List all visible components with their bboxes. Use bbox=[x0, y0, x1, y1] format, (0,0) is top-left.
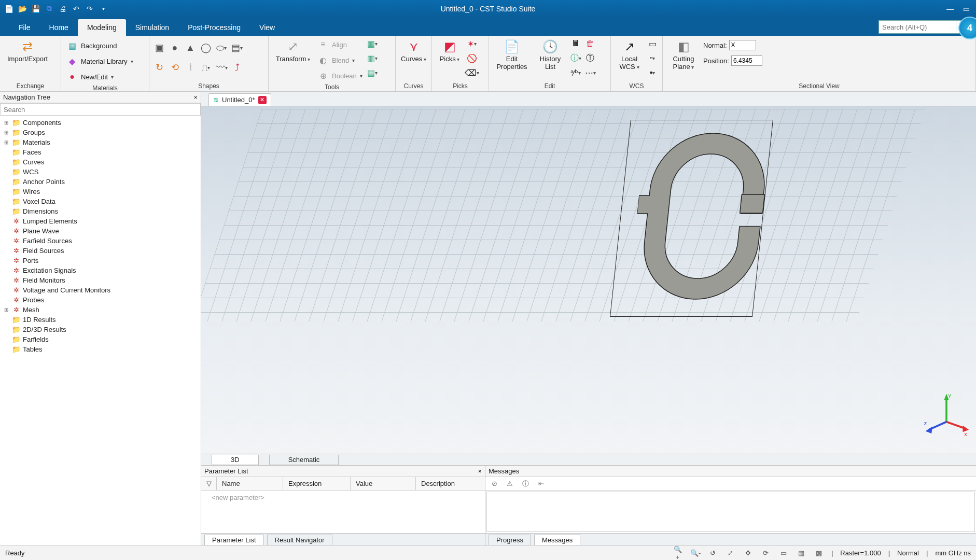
tab-file[interactable]: File bbox=[9, 19, 40, 36]
transform-button[interactable]: ⤢Transform bbox=[273, 38, 313, 63]
tab-post-processing[interactable]: Post-Processing bbox=[178, 19, 250, 36]
brick-icon[interactable]: ▣ bbox=[154, 42, 165, 53]
col-value[interactable]: Value bbox=[351, 477, 416, 490]
tab-view[interactable]: View bbox=[250, 19, 284, 36]
close-tab-icon[interactable]: ✕ bbox=[258, 96, 267, 104]
tree-node[interactable]: ✲Field Monitors bbox=[1, 275, 200, 285]
undo-icon[interactable]: ↶ bbox=[72, 4, 81, 13]
tree-node[interactable]: 📁Faces bbox=[1, 147, 200, 157]
tree-node[interactable]: ✲Plane Wave bbox=[1, 226, 200, 236]
document-tab[interactable]: ≋ Untitled_0* ✕ bbox=[208, 93, 271, 106]
tree-node[interactable]: ✲Lumped Elements bbox=[1, 216, 200, 226]
tab-parameter-list[interactable]: Parameter List bbox=[204, 535, 264, 545]
tree-node[interactable]: 📁Farfields bbox=[1, 334, 200, 344]
parameter-list-body[interactable]: <new parameter> bbox=[201, 491, 485, 533]
shape-tools-icon[interactable]: ▥ bbox=[367, 52, 378, 64]
spline-icon[interactable]: 〰 bbox=[216, 62, 227, 73]
cutting-plane-button[interactable]: ◧Cutting Plane bbox=[667, 38, 700, 71]
zoom-in-icon[interactable]: 🔍+ bbox=[673, 545, 683, 561]
tree-node[interactable]: 📁Curves bbox=[1, 157, 200, 167]
tab-result-navigator[interactable]: Result Navigator bbox=[267, 535, 332, 545]
tree-node[interactable]: ✲Voltage and Current Monitors bbox=[1, 285, 200, 295]
zoom-out-icon[interactable]: 🔍- bbox=[690, 549, 701, 557]
tree-search-input[interactable] bbox=[0, 103, 201, 116]
expand-icon[interactable]: ⊞ bbox=[3, 130, 9, 135]
bond-wire-icon[interactable]: ⌇ bbox=[185, 62, 196, 73]
tree-node[interactable]: ⊞📁Materials bbox=[1, 137, 200, 147]
filter-icon[interactable]: ▽ bbox=[201, 477, 217, 490]
mesh-view-icon[interactable]: ▩ bbox=[814, 549, 824, 557]
wcs-transform-icon[interactable]: ▫ bbox=[647, 52, 658, 64]
tab-modeling[interactable]: Modeling bbox=[78, 19, 126, 36]
extrude-icon[interactable]: ▤ bbox=[231, 42, 243, 53]
wireframe-icon[interactable]: ▦ bbox=[796, 549, 806, 557]
qat-customize-icon[interactable]: ▾ bbox=[99, 4, 108, 13]
loft-icon[interactable]: ⟲ bbox=[169, 62, 180, 73]
rotate-shape-icon[interactable]: ↻ bbox=[154, 62, 165, 73]
tab-messages[interactable]: Messages bbox=[534, 535, 580, 545]
edit-properties-button[interactable]: 📄Edit Properties bbox=[493, 38, 531, 71]
new-edit-material-button[interactable]: ●New/Edit bbox=[65, 70, 134, 83]
tree-node[interactable]: 📁Anchor Points bbox=[1, 177, 200, 187]
blend-button[interactable]: ◐Blend bbox=[316, 53, 364, 67]
tree-node[interactable]: ⊞📁Groups bbox=[1, 128, 200, 137]
expand-icon[interactable]: ⊞ bbox=[3, 307, 9, 313]
reset-view-icon[interactable]: ↺ bbox=[708, 549, 718, 557]
minimize-button[interactable]: — bbox=[946, 5, 954, 13]
local-wcs-button[interactable]: ↗Local WCS bbox=[615, 38, 644, 71]
pan-icon[interactable]: ✥ bbox=[743, 549, 754, 557]
tree-node[interactable]: 📁Wires bbox=[1, 187, 200, 197]
col-expression[interactable]: Expression bbox=[283, 477, 351, 490]
messages-body[interactable] bbox=[486, 492, 975, 532]
warning-filter-icon[interactable]: ⚠ bbox=[505, 480, 514, 487]
cone-icon[interactable]: ▲ bbox=[185, 42, 196, 53]
col-name[interactable]: Name bbox=[217, 477, 283, 490]
save-icon[interactable]: 💾 bbox=[31, 4, 40, 13]
tab-progress[interactable]: Progress bbox=[489, 535, 531, 545]
cylinder-icon[interactable]: ⬭ bbox=[216, 42, 227, 53]
rotate-icon[interactable]: ⟳ bbox=[761, 549, 771, 557]
bend-tools-icon[interactable]: ▤ bbox=[367, 67, 378, 78]
normal-input[interactable] bbox=[729, 40, 756, 50]
tree-node[interactable]: ✲Field Sources bbox=[1, 246, 200, 256]
tree-node[interactable]: 📁2D/3D Results bbox=[1, 325, 200, 334]
fit-view-icon[interactable]: ⤢ bbox=[726, 549, 736, 557]
material-library-button[interactable]: ◆Material Library bbox=[65, 54, 134, 68]
torus-icon[interactable]: ◯ bbox=[200, 42, 212, 53]
new-icon[interactable]: 📄 bbox=[4, 4, 13, 13]
tree-node[interactable]: 📁Dimensions bbox=[1, 206, 200, 216]
position-input[interactable] bbox=[731, 55, 762, 66]
redo-icon[interactable]: ↷ bbox=[85, 4, 94, 13]
info-filter-icon[interactable]: ⓘ bbox=[521, 479, 530, 488]
parametrize-icon[interactable]: ᵃ⁄ᵇ bbox=[570, 67, 581, 78]
boolean-button[interactable]: ⊕Boolean bbox=[316, 69, 364, 82]
error-filter-icon[interactable]: ⊘ bbox=[490, 480, 499, 487]
sphere-icon[interactable]: ● bbox=[169, 42, 180, 53]
close-icon[interactable]: × bbox=[194, 93, 198, 102]
tree-node[interactable]: 📁Voxel Data bbox=[1, 197, 200, 206]
open-icon[interactable]: 📂 bbox=[18, 4, 27, 13]
select-icon[interactable]: ▭ bbox=[778, 549, 789, 557]
info-icon[interactable]: ⓘ bbox=[570, 52, 581, 64]
curves-button[interactable]: ⋎Curves bbox=[400, 38, 427, 63]
calculator-icon[interactable]: 🖩 bbox=[570, 38, 581, 49]
delete-icon[interactable]: 🗑 bbox=[584, 38, 596, 49]
tree-node[interactable]: ✲Farfield Sources bbox=[1, 236, 200, 246]
wcs-fix-icon[interactable]: ▪ bbox=[647, 67, 658, 78]
clear-picks-icon[interactable]: ⌫ bbox=[466, 67, 478, 78]
more-edit-icon[interactable]: ⋯ bbox=[584, 67, 596, 78]
navigation-tree[interactable]: ⊞📁Components⊞📁Groups⊞📁Materials📁Faces📁Cu… bbox=[0, 116, 201, 545]
3d-view[interactable]: y x z bbox=[201, 106, 976, 454]
picks-button[interactable]: ◩Picks bbox=[436, 38, 463, 63]
wcs-align-icon[interactable]: ▭ bbox=[647, 38, 658, 49]
pick-lists-icon[interactable]: 🚫 bbox=[466, 52, 478, 64]
history-list-button[interactable]: 🕓History List bbox=[534, 38, 567, 71]
maximize-button[interactable]: ▭ bbox=[963, 5, 970, 13]
align-button[interactable]: ≡Align bbox=[316, 38, 364, 51]
tree-node[interactable]: 📁1D Results bbox=[1, 315, 200, 325]
tree-node[interactable]: 📁Tables bbox=[1, 344, 200, 354]
tab-simulation[interactable]: Simulation bbox=[126, 19, 178, 36]
tab-home[interactable]: Home bbox=[40, 19, 78, 36]
tab-3d[interactable]: 3D bbox=[212, 455, 259, 465]
modify-icon[interactable]: ▦ bbox=[367, 38, 378, 49]
